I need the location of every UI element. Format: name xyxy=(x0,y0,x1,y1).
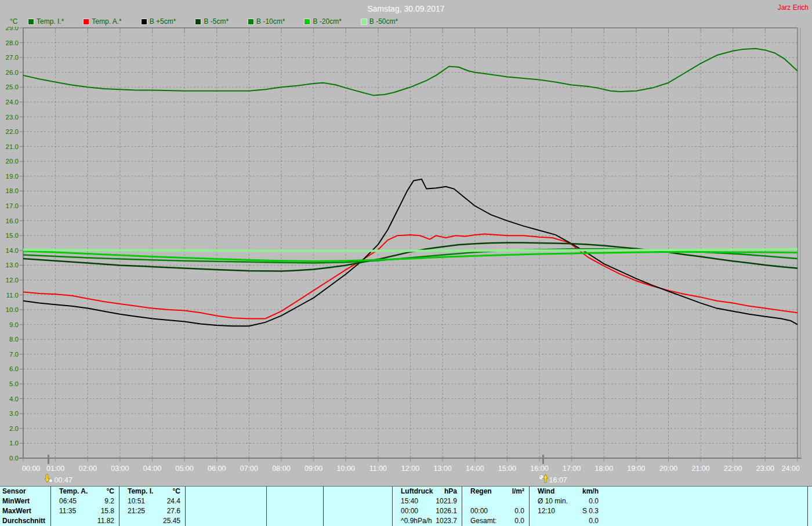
stats-cell-value: °C xyxy=(107,487,114,496)
x-tick-label: 15:00 xyxy=(498,465,516,473)
title-bar: Samstag, 30.09.2017 Jarz Erich xyxy=(0,0,812,15)
page-title: Samstag, 30.09.2017 xyxy=(0,4,812,13)
stats-empty-column xyxy=(267,487,324,526)
stats-cell-value: 9.2 xyxy=(104,496,114,506)
y-tick-label: 19.0 xyxy=(6,173,19,180)
x-tick-label: 00:00 xyxy=(22,465,40,473)
stats-header-row: Regenl/m² xyxy=(462,487,529,496)
stats-group-luftdruck: LuftdruckhPa15:401021.900:001026.1^0.9hP… xyxy=(393,487,462,526)
stats-row: ^0.9hPa/h1023.7 xyxy=(393,516,462,526)
stats-row: Ø 10 min.0.0 xyxy=(530,496,603,506)
stats-cell-time: 12:10 xyxy=(538,506,555,516)
stats-cell-value: S 0.3 xyxy=(582,506,599,516)
stats-row: 12:10S 0.3 xyxy=(530,506,603,516)
legend-label: B -20cm* xyxy=(313,17,341,26)
legend-swatch-b-minus10 xyxy=(248,19,253,24)
legend-swatch-b-minus5 xyxy=(195,19,201,24)
stats-cell-value: 0.0 xyxy=(514,506,524,516)
x-tick-label: 24:00 xyxy=(782,465,800,473)
temperature-chart[interactable]: 0.01.02.03.04.05.06.07.08.09.010.011.012… xyxy=(0,27,812,486)
legend-item-temp-a: Temp. A.* xyxy=(84,17,121,26)
series-b-minus5 xyxy=(23,243,798,271)
stats-row: 21:2527.6 xyxy=(119,506,185,516)
stats-row: 25.45 xyxy=(119,516,185,526)
series-b-minus50 xyxy=(23,249,798,251)
stats-cell-value: 27.6 xyxy=(167,506,180,516)
stats-cell-value: °C xyxy=(173,487,180,496)
stats-cell-time: 21:25 xyxy=(128,506,145,516)
stats-cell-value: 25.45 xyxy=(163,516,180,526)
stats-cell-value: hPa xyxy=(444,487,457,496)
legend-item-b-minus50: B -50cm* xyxy=(361,17,398,26)
stats-row: 00:001026.1 xyxy=(393,506,462,516)
stats-cell-time: 06:45 xyxy=(59,496,77,506)
stats-cell-time: 00:00 xyxy=(470,506,488,516)
y-tick-label: 12.0 xyxy=(6,277,19,284)
stats-row-labels: SensorMinWertMaxWertDurchschnitt xyxy=(0,487,51,526)
y-tick-label: 23.0 xyxy=(6,114,19,121)
y-tick-label: 2.0 xyxy=(9,425,19,432)
x-tick-label: 01:00 xyxy=(46,465,64,473)
stats-row: 11.82 xyxy=(51,516,119,526)
stats-cell-value: 1026.1 xyxy=(436,506,457,516)
x-tick-label: 19:00 xyxy=(627,465,645,473)
x-tick-label: 08:00 xyxy=(272,465,290,473)
stats-row: 0.0 xyxy=(530,516,603,526)
y-tick-label: 5.0 xyxy=(9,380,19,387)
y-tick-label: 15.0 xyxy=(6,232,19,239)
y-tick-label: 25.0 xyxy=(6,84,19,90)
x-tick-label: 02:00 xyxy=(79,465,97,473)
x-tick-label: 03:00 xyxy=(111,465,129,473)
legend-label: Temp. I.* xyxy=(37,17,64,26)
user-name-label: Jarz Erich xyxy=(778,3,809,12)
y-tick-label: 6.0 xyxy=(9,365,19,372)
legend-item-b-plus5: B +5cm* xyxy=(142,17,176,26)
x-tick-label: 13:00 xyxy=(433,465,451,473)
y-tick-label: 26.0 xyxy=(6,69,19,76)
y-tick-label: 1.0 xyxy=(9,440,19,447)
stats-cell-time: ^0.9hPa/h xyxy=(401,516,432,526)
x-tick-label: 07:00 xyxy=(240,465,258,473)
y-tick-label: 13.0 xyxy=(6,262,19,269)
legend-swatch-b-minus50 xyxy=(361,19,367,24)
stats-cell-value: 0.0 xyxy=(514,516,524,526)
stats-cell-time: 00:00 xyxy=(401,506,418,516)
x-tick-label: 11:00 xyxy=(369,465,387,473)
x-tick-label: 14:00 xyxy=(466,465,484,473)
legend-item-temp-i: Temp. I.* xyxy=(28,17,64,26)
x-tick-label: 05:00 xyxy=(175,465,193,473)
y-tick-label: 3.0 xyxy=(9,410,19,417)
legend-item-b-minus20: B -20cm* xyxy=(304,17,341,26)
stats-cell-time: Luftdruck xyxy=(401,487,433,496)
legend-item-b-minus5: B -5cm* xyxy=(195,17,229,26)
x-tick-label: 04:00 xyxy=(143,465,161,473)
chart-legend: °C Temp. I.*Temp. A.*B +5cm*B -5cm*B -10… xyxy=(0,17,418,26)
stats-cell-value: 24.4 xyxy=(167,496,180,506)
stats-row: Gesamt:0.0 xyxy=(462,516,529,526)
gridlines xyxy=(23,28,798,458)
stats-cell-time: 11:35 xyxy=(59,506,76,516)
legend-swatch-b-plus5 xyxy=(142,19,147,24)
stats-group-wind: Windkm/hØ 10 min.0.012:10S 0.30.0 xyxy=(530,487,808,526)
y-tick-label: 8.0 xyxy=(9,336,19,343)
y-tick-label: 20.0 xyxy=(6,158,19,165)
stats-header-row: Temp. A.°C xyxy=(51,487,119,496)
stats-cell-value: km/h xyxy=(582,487,599,496)
event-marker-label: 00:47 xyxy=(55,476,72,484)
stats-cell-time: Gesamt: xyxy=(470,516,496,526)
y-tick-label: 16.0 xyxy=(6,217,19,224)
x-tick-label: 23:00 xyxy=(756,465,774,473)
y-tick-label: 9.0 xyxy=(9,321,19,328)
stats-header-row: LuftdruckhPa xyxy=(393,487,462,496)
stats-filler xyxy=(808,487,812,526)
y-tick-label: 21.0 xyxy=(6,143,19,150)
stats-row-label: MaxWert xyxy=(0,506,50,516)
x-tick-label: 10:00 xyxy=(337,465,355,473)
stats-cell-time: Temp. I. xyxy=(128,487,153,496)
stats-cell-value: 11.82 xyxy=(97,516,114,526)
stats-group-regen: Regenl/m²00:000.0Gesamt:0.0 xyxy=(462,487,530,526)
y-axis: 0.01.02.03.04.05.06.07.08.09.010.011.012… xyxy=(6,27,23,462)
y-tick-label: 10.0 xyxy=(6,306,19,313)
y-tick-label: 24.0 xyxy=(6,99,19,106)
stats-row-label: MinWert xyxy=(0,496,50,506)
